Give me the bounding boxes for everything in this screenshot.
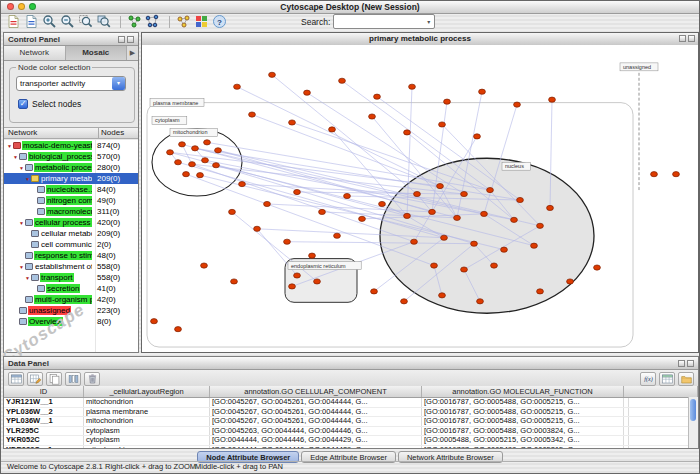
delete-attribute-icon[interactable] (84, 372, 100, 386)
formula-builder-icon[interactable]: f(x) (640, 372, 656, 386)
network-node[interactable] (179, 142, 186, 147)
network-node[interactable] (404, 130, 411, 135)
tab-overflow-icon[interactable]: ▶ (127, 46, 138, 60)
layout-icon[interactable] (176, 14, 191, 29)
network-node[interactable] (289, 120, 296, 125)
network-node[interactable] (471, 241, 478, 246)
data-panel-float-icon[interactable] (678, 360, 685, 367)
tree-row[interactable]: cellular metabo...209(0) (4, 228, 138, 239)
expander-icon[interactable] (24, 275, 31, 281)
network-node[interactable] (461, 191, 468, 196)
network-node[interactable] (309, 253, 316, 258)
network-node[interactable] (673, 172, 680, 177)
network-node[interactable] (404, 213, 411, 218)
help-icon[interactable]: ? (212, 14, 227, 29)
network-node[interactable] (454, 215, 461, 220)
search-input[interactable] (334, 16, 423, 27)
data-panel-close-icon[interactable] (687, 360, 694, 367)
attribute-matrix-icon[interactable] (659, 372, 675, 386)
network-node[interactable] (409, 84, 416, 89)
import-network-icon[interactable] (6, 14, 21, 29)
network-node[interactable] (481, 211, 488, 216)
expander-icon[interactable] (6, 143, 13, 149)
network-node[interactable] (294, 189, 301, 194)
tree-row[interactable]: establishment of lo...558(0) (4, 261, 138, 272)
copy-attribute-icon[interactable] (46, 372, 62, 386)
table-row[interactable]: YDR039C__1mitochondrion[GO:0044444, GO:0… (4, 446, 698, 449)
network-node[interactable] (334, 233, 341, 238)
tree-row[interactable]: Overview8(0) (4, 316, 138, 327)
tree-row[interactable]: macromolecule...311(0) (4, 206, 138, 217)
network-node[interactable] (379, 201, 386, 206)
save-session-icon[interactable] (24, 14, 39, 29)
tree-row[interactable]: transport558(0) (4, 272, 138, 283)
tree-row[interactable]: mosaic-demo-yeast874(0) (4, 140, 138, 151)
expander-icon[interactable] (18, 220, 25, 226)
close-icon[interactable] (127, 36, 134, 43)
search-dropdown-icon[interactable] (423, 18, 434, 25)
expander-icon[interactable] (18, 165, 25, 171)
network-node[interactable] (437, 183, 444, 188)
network-node[interactable] (474, 134, 481, 139)
tree-row[interactable]: nucleobase...84(0) (4, 184, 138, 195)
network-node[interactable] (183, 172, 190, 177)
network-node[interactable] (175, 160, 182, 165)
network-node[interactable] (371, 289, 378, 294)
graphics-details-icon[interactable] (145, 14, 160, 29)
network-node[interactable] (414, 191, 421, 196)
select-attributes-icon[interactable] (8, 372, 24, 386)
tree-row[interactable]: biological_process570(0) (4, 151, 138, 162)
import-attributes-icon[interactable] (678, 372, 694, 386)
tree-col-nodes[interactable]: Nodes (98, 128, 124, 138)
network-node[interactable] (204, 140, 211, 145)
vizmapper-icon[interactable] (194, 14, 209, 29)
network-node[interactable] (229, 209, 236, 214)
network-node[interactable] (264, 201, 271, 206)
network-node[interactable] (491, 263, 498, 268)
network-node[interactable] (294, 273, 301, 278)
table-row[interactable]: YKR052Ccytoplasm[GO:0044444, GO:0044446,… (4, 436, 698, 446)
table-column-header[interactable]: annotation.GO MOLECULAR_FUNCTION (422, 386, 624, 397)
network-node[interactable] (651, 172, 658, 177)
table-scrollbar[interactable] (688, 397, 698, 448)
network-node[interactable] (444, 99, 451, 104)
network-node[interactable] (374, 94, 381, 99)
minimize-window-button[interactable] (18, 3, 25, 10)
network-node[interactable] (511, 217, 518, 222)
tree-row[interactable]: secretion41(0) (4, 283, 138, 294)
scrollbar-thumb[interactable] (690, 399, 696, 421)
network-node[interactable] (192, 146, 199, 151)
network-node[interactable] (439, 293, 446, 298)
table-column-header[interactable]: _cellularLayoutRegion (84, 386, 210, 397)
network-node[interactable] (441, 235, 448, 240)
network-node[interactable] (547, 205, 554, 210)
expander-icon[interactable] (18, 264, 25, 270)
zoom-window-button[interactable] (29, 3, 36, 10)
network-node[interactable] (537, 223, 544, 228)
tab-network[interactable]: Network (4, 46, 66, 60)
network-node[interactable] (151, 319, 158, 324)
network-node[interactable] (314, 279, 321, 284)
network-node[interactable] (567, 279, 574, 284)
network-node[interactable] (429, 209, 436, 214)
network-node[interactable] (254, 226, 261, 231)
select-nodes-checkbox[interactable] (18, 99, 28, 109)
network-node[interactable] (167, 150, 174, 155)
tree-row[interactable]: primary metab...209(0) (4, 173, 138, 184)
network-node[interactable] (501, 247, 508, 252)
network-node[interactable] (549, 97, 556, 102)
network-node[interactable] (401, 299, 408, 304)
network-node[interactable] (479, 89, 486, 94)
tab-mosaic[interactable]: Mosaic (66, 46, 128, 60)
network-node[interactable] (359, 216, 366, 221)
network-node[interactable] (249, 112, 256, 117)
network-node[interactable] (514, 102, 521, 107)
network-node[interactable] (215, 148, 222, 153)
network-node[interactable] (439, 122, 446, 127)
tree-row[interactable]: cellular process420(0) (4, 217, 138, 228)
network-node[interactable] (411, 239, 418, 244)
network-node[interactable] (517, 197, 524, 202)
zoom-in-icon[interactable] (42, 14, 57, 29)
network-node[interactable] (461, 267, 468, 272)
tree-row[interactable]: multi-organism pro...42(0) (4, 294, 138, 305)
